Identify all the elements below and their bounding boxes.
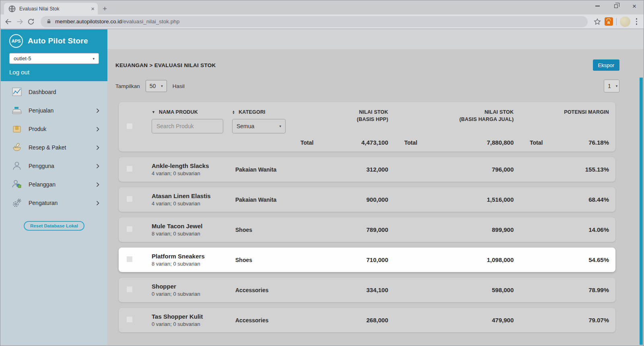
row-checkbox[interactable] — [127, 317, 132, 322]
stock-value-jual: 899,900 — [388, 226, 514, 233]
page-number-value: 1 — [608, 83, 611, 89]
sidebar-item-resep-paket[interactable]: Resep & Paket — [1, 138, 107, 157]
back-icon[interactable] — [4, 18, 12, 26]
sidebar-item-label: Pelanggan — [29, 181, 56, 188]
margin-value: 54.65% — [514, 256, 609, 263]
close-button[interactable]: × — [625, 0, 644, 12]
select-all-checkbox[interactable] — [127, 123, 132, 129]
page-scrollbar[interactable] — [640, 78, 643, 345]
bookmark-star-icon[interactable] — [593, 18, 601, 26]
browser-tab[interactable]: Evaluasi Nilai Stok × — [4, 3, 98, 14]
stock-value-hpp: 789,000 — [300, 226, 388, 233]
outlet-select[interactable]: outlet-5 ▾ — [9, 53, 99, 64]
product-name: Ankle-length Slacks — [152, 162, 232, 169]
logout-link[interactable]: Log out — [9, 69, 29, 76]
stock-value-hpp: 312,000 — [300, 166, 388, 173]
page-number-select[interactable]: 1 ▾ — [604, 80, 619, 92]
table-row-highlighted[interactable]: Platform Sneakers 8 varian; 0 subvarian … — [119, 248, 615, 272]
browser-menu-icon[interactable] — [634, 18, 640, 25]
url-bar[interactable]: member.autopilotstore.co.id/evaluasi_nil… — [41, 16, 588, 27]
margin-value: 155.13% — [514, 166, 609, 173]
product-name: Mule Tacon Jewel — [152, 223, 232, 229]
chevron-right-icon — [96, 127, 99, 132]
margin-value: 79.07% — [514, 317, 609, 323]
main-content: KEUANGAN > EVALUASI NILAI STOK Ekspor Ta… — [107, 29, 643, 345]
column-header-potensi-margin: POTENSI MARGIN — [514, 109, 609, 116]
lock-icon — [46, 19, 51, 24]
product-name: Tas Shopper Kulit — [152, 313, 232, 320]
browser-titlebar: Evaluasi Nilai Stok × + × — [0, 0, 644, 14]
sidebar-item-penjualan[interactable]: Penjualan — [1, 101, 107, 120]
page-size-select[interactable]: 50 ▾ — [146, 80, 167, 92]
row-checkbox[interactable] — [127, 256, 132, 262]
category-filter-value: Semua — [237, 123, 254, 129]
browser-toolbar: member.autopilotstore.co.id/evaluasi_nil… — [0, 14, 644, 29]
chevron-right-icon — [96, 108, 99, 113]
table-row[interactable]: Atasan Linen Elastis 4 varian; 0 subvari… — [119, 187, 615, 212]
app-area: APS Auto Pilot Store outlet-5 ▾ Log out … — [1, 29, 643, 345]
column-header-nama-produk[interactable]: ▼ NAMA PRODUK — [152, 109, 232, 116]
profile-avatar[interactable] — [620, 16, 630, 27]
extension-icon[interactable]: a — [605, 17, 613, 26]
product-category: Accessories — [232, 317, 300, 323]
column-header-kategori[interactable]: ▲▼ KATEGORI — [232, 109, 300, 116]
table-row[interactable]: Tas Shopper Kulit 0 varian; 0 subvarian … — [119, 308, 615, 332]
product-variants: 4 varian; 0 subvarian — [152, 201, 232, 207]
total-margin-value: 76.18% — [588, 139, 609, 146]
table-row[interactable]: Shopper 0 varian; 0 subvarian Accessorie… — [119, 278, 615, 302]
sidebar-item-pengaturan[interactable]: Pengaturan — [1, 194, 107, 212]
search-produk-input[interactable] — [152, 119, 223, 133]
user-icon — [11, 160, 23, 172]
sidebar-item-label: Resep & Paket — [29, 144, 66, 151]
category-filter-select[interactable]: Semua ▾ — [232, 119, 286, 133]
stock-value-jual: 479,900 — [388, 317, 514, 323]
column-header-nilai-stok-hpp: NILAI STOK (BASIS HPP) — [300, 109, 388, 123]
product-category: Shoes — [232, 257, 300, 263]
new-tab-button[interactable]: + — [103, 5, 107, 12]
margin-value: 78.99% — [514, 287, 609, 293]
minimize-button[interactable] — [588, 0, 607, 12]
stock-value-hpp: 900,000 — [300, 196, 388, 203]
sidebar-item-pelanggan[interactable]: Pelanggan — [1, 175, 107, 194]
sidebar: APS Auto Pilot Store outlet-5 ▾ Log out … — [1, 29, 107, 345]
sidebar-item-dashboard[interactable]: Dashboard — [1, 83, 107, 101]
forward-icon[interactable] — [16, 18, 24, 26]
sidebar-item-produk[interactable]: Produk — [1, 120, 107, 138]
product-category: Shoes — [232, 227, 300, 233]
tab-close-icon[interactable]: × — [91, 6, 95, 12]
sidebar-menu: Dashboard Penjualan Produk — [1, 81, 107, 212]
margin-value: 14.06% — [514, 226, 609, 233]
browser-window: Evaluasi Nilai Stok × + × member.autopil… — [0, 0, 644, 346]
table-row[interactable]: Ankle-length Slacks 4 varian; 0 subvaria… — [119, 157, 615, 182]
chevron-down-icon: ▾ — [279, 124, 281, 128]
outlet-select-value: outlet-5 — [14, 55, 31, 61]
chevron-down-icon: ▾ — [93, 57, 95, 61]
export-button[interactable]: Ekspor — [593, 59, 619, 71]
toolbar-divider — [616, 18, 617, 25]
stock-value-hpp: 268,000 — [300, 317, 388, 323]
table-row[interactable]: Mule Tacon Jewel 8 varian; 0 subvarian S… — [119, 217, 615, 242]
sidebar-item-pengguna[interactable]: Pengguna — [1, 157, 107, 175]
row-checkbox[interactable] — [127, 166, 132, 172]
product-name: Atasan Linen Elastis — [152, 192, 232, 199]
row-checkbox[interactable] — [127, 226, 132, 232]
product-category: Accessories — [232, 287, 300, 293]
sidebar-header: APS Auto Pilot Store outlet-5 ▾ Log out — [1, 29, 107, 81]
reload-icon[interactable] — [27, 18, 35, 26]
window-controls: × — [588, 0, 644, 12]
total-jual-value: 7,880,800 — [487, 139, 514, 146]
row-checkbox[interactable] — [127, 287, 132, 292]
row-checkbox[interactable] — [127, 196, 132, 202]
total-hpp-value: 4,473,100 — [361, 139, 388, 146]
dashboard-icon — [11, 86, 23, 98]
total-label: Total — [300, 139, 313, 146]
total-label: Total — [530, 139, 543, 146]
restore-button[interactable] — [607, 0, 625, 12]
reset-database-button[interactable]: Reset Database Lokal — [24, 221, 84, 231]
stock-value-jual: 1,516,000 — [388, 196, 514, 203]
sidebar-item-label: Pengaturan — [29, 200, 58, 206]
margin-value: 68.44% — [514, 196, 609, 203]
product-variants: 4 varian; 0 subvarian — [152, 170, 232, 176]
column-header-nilai-stok-jual: NILAI STOK (BASIS HARGA JUAL) — [388, 109, 514, 123]
stock-value-hpp: 710,000 — [300, 256, 388, 263]
